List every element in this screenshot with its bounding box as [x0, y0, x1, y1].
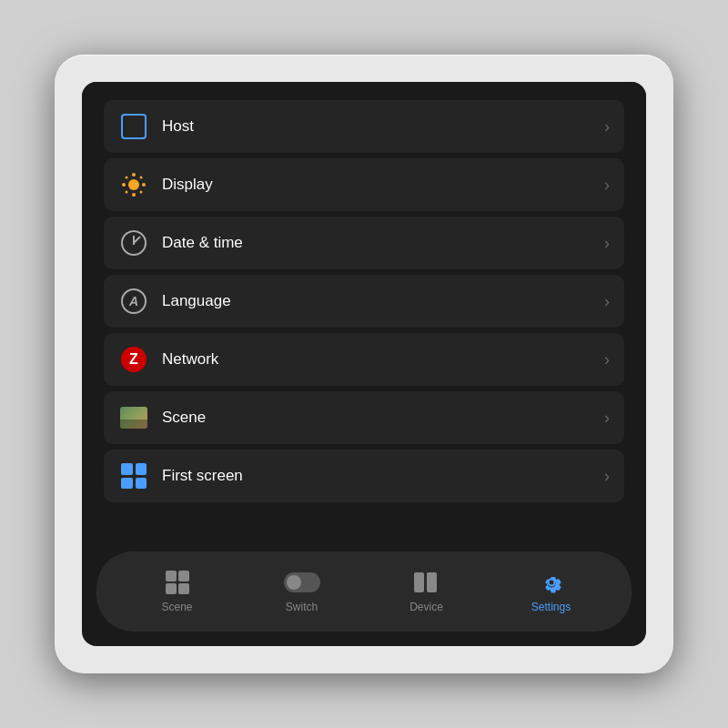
datetime-icon [118, 228, 149, 258]
svg-point-5 [140, 177, 143, 179]
scene-chevron: › [604, 409, 610, 428]
nav-scene-label: Scene [161, 601, 192, 613]
language-chevron: › [604, 292, 610, 311]
nav-item-scene[interactable]: Scene [141, 562, 214, 621]
host-label: Host [162, 117, 604, 136]
network-icon: Z [118, 344, 149, 375]
menu-item-firstscreen[interactable]: First screen › [104, 450, 624, 502]
datetime-chevron: › [604, 234, 610, 253]
nav-item-device[interactable]: Device [390, 562, 463, 621]
device-screen: Host › [82, 82, 646, 646]
nav-item-switch[interactable]: Switch [266, 562, 339, 621]
nav-settings-icon [540, 570, 563, 595]
nav-scene-icon [166, 570, 189, 595]
svg-point-6 [126, 191, 128, 194]
svg-point-3 [142, 183, 146, 187]
nav-device-icon [414, 570, 440, 595]
bottom-nav: Scene Switch Device [96, 551, 632, 632]
host-chevron: › [604, 117, 610, 136]
host-icon [118, 111, 149, 142]
network-label: Network [162, 350, 604, 369]
menu-item-datetime[interactable]: Date & time › [104, 217, 624, 269]
display-icon [118, 169, 149, 200]
language-icon: A [118, 286, 149, 317]
firstscreen-icon [118, 460, 149, 491]
menu-item-display[interactable]: Display › [104, 158, 624, 211]
menu-item-host[interactable]: Host › [104, 100, 624, 153]
nav-settings-label: Settings [531, 601, 571, 613]
nav-item-settings[interactable]: Settings [515, 562, 588, 621]
firstscreen-chevron: › [604, 467, 610, 486]
display-label: Display [162, 176, 604, 194]
svg-point-2 [122, 183, 126, 187]
display-chevron: › [604, 176, 610, 195]
nav-switch-icon [284, 570, 320, 595]
nav-switch-label: Switch [286, 601, 318, 613]
network-chevron: › [604, 350, 610, 369]
menu-item-scene[interactable]: Scene › [104, 391, 624, 444]
svg-point-7 [140, 191, 143, 194]
device-outer: Host › [55, 55, 673, 673]
svg-point-0 [132, 173, 136, 177]
datetime-label: Date & time [162, 234, 604, 252]
menu-item-network[interactable]: Z Network › [104, 333, 624, 386]
main-content: Host › [82, 82, 646, 551]
svg-point-1 [132, 193, 136, 197]
scene-menu-icon [118, 402, 149, 433]
nav-device-label: Device [410, 601, 443, 613]
menu-item-language[interactable]: A Language › [104, 275, 624, 328]
firstscreen-label: First screen [162, 467, 604, 485]
svg-point-4 [126, 177, 128, 179]
scene-menu-label: Scene [162, 409, 604, 427]
language-label: Language [162, 292, 604, 310]
